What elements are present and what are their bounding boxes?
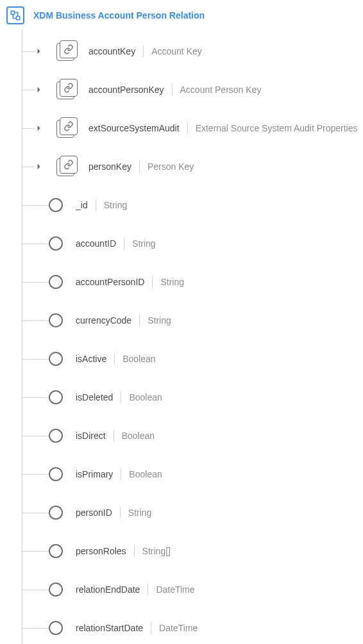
leaf-type-icon	[49, 582, 63, 597]
tree-node[interactable]: isDeletedBoolean	[15, 378, 357, 417]
label-divider	[96, 199, 96, 211]
tree-connector	[22, 128, 35, 129]
schema-title: XDM Business Account Person Relation	[33, 10, 205, 21]
field-type: Account Person Key	[180, 85, 262, 95]
tree-connector	[22, 205, 49, 206]
field-name: isActive	[76, 354, 106, 364]
field-name: isDeleted	[76, 392, 113, 402]
leaf-type-icon	[49, 429, 63, 443]
expand-chevron-icon[interactable]	[35, 163, 44, 170]
svg-rect-1	[17, 17, 20, 20]
leaf-type-icon	[49, 544, 63, 558]
tree-node[interactable]: currencyCodeString	[15, 301, 357, 340]
label-divider	[121, 468, 121, 480]
tree-node[interactable]: personIDString	[15, 493, 357, 532]
field-name: accountPersonID	[76, 277, 144, 287]
tree-connector	[22, 320, 49, 321]
leaf-type-icon	[49, 390, 63, 404]
expand-chevron-icon[interactable]	[35, 125, 44, 131]
tree-node[interactable]: isPrimaryBoolean	[15, 455, 357, 493]
field-name: isPrimary	[76, 469, 113, 479]
field-type: Boolean	[129, 392, 162, 402]
expand-chevron-icon[interactable]	[35, 48, 44, 54]
object-type-icon	[56, 40, 78, 62]
field-name: isDirect	[76, 431, 106, 441]
label-divider	[143, 45, 144, 57]
leaf-type-icon	[49, 467, 63, 481]
tree-connector	[22, 167, 35, 167]
field-name: relationEndDate	[76, 584, 140, 595]
label-divider	[187, 122, 188, 134]
leaf-type-icon	[49, 236, 63, 251]
tree-node[interactable]: isActiveBoolean	[15, 340, 357, 378]
label-divider	[148, 584, 148, 595]
tree-connector	[22, 359, 49, 359]
label-divider	[114, 353, 115, 365]
leaf-type-icon	[49, 352, 63, 366]
label-divider	[120, 507, 121, 518]
object-type-icon	[56, 79, 78, 101]
field-name: accountID	[76, 238, 116, 249]
label-divider	[139, 315, 140, 326]
tree-connector	[22, 397, 49, 398]
label-divider	[172, 84, 173, 95]
tree-node[interactable]: accountPersonIDString	[15, 263, 357, 301]
svg-rect-0	[11, 11, 14, 14]
label-divider	[139, 161, 140, 172]
field-type: String	[104, 200, 128, 210]
leaf-type-icon	[49, 506, 63, 520]
field-name: accountKey	[89, 46, 135, 56]
field-type: Account Key	[151, 46, 202, 56]
schema-tree: accountKeyAccount KeyaccountPersonKeyAcc…	[15, 29, 357, 644]
schema-root-row[interactable]: XDM Business Account Person Relation	[6, 6, 357, 24]
tree-node[interactable]: accountPersonKeyAccount Person Key	[15, 70, 357, 109]
tree-connector	[22, 628, 49, 629]
object-type-icon	[56, 117, 78, 139]
leaf-type-icon	[49, 621, 63, 635]
schema-icon	[6, 6, 24, 24]
tree-connector	[22, 436, 49, 436]
tree-connector	[22, 590, 49, 590]
tree-connector	[22, 244, 49, 244]
tree-node[interactable]: personKeyPerson Key	[15, 147, 357, 186]
label-divider	[134, 545, 135, 557]
tree-node[interactable]: accountIDString	[15, 224, 357, 263]
field-type: Person Key	[148, 161, 194, 172]
expand-chevron-icon[interactable]	[35, 87, 44, 93]
tree-connector	[22, 474, 49, 475]
field-type: String	[132, 238, 156, 249]
tree-node[interactable]: extSourceSystemAuditExternal Source Syst…	[15, 109, 357, 147]
label-divider	[151, 622, 151, 634]
field-type: String	[148, 315, 171, 326]
tree-node[interactable]: accountKeyAccount Key	[15, 32, 357, 70]
field-name: _id	[76, 200, 88, 210]
field-name: personID	[76, 508, 112, 518]
field-name: extSourceSystemAudit	[89, 123, 180, 133]
field-type: DateTime	[156, 584, 194, 595]
leaf-type-icon	[49, 198, 63, 212]
field-name: personRoles	[76, 546, 126, 556]
tree-connector	[22, 513, 49, 513]
tree-connector	[22, 282, 49, 283]
tree-node[interactable]: relationStartDateDateTime	[15, 609, 357, 644]
tree-node[interactable]: personRolesString[]	[15, 532, 357, 570]
label-divider	[152, 276, 153, 288]
tree-node[interactable]: _idString	[15, 186, 357, 224]
tree-connector	[22, 90, 35, 90]
field-type: External Source System Audit Properties	[196, 123, 358, 133]
field-type: DateTime	[159, 623, 198, 633]
field-type: String	[160, 277, 184, 287]
tree-node[interactable]: relationEndDateDateTime	[15, 570, 357, 609]
object-type-icon	[56, 156, 78, 178]
label-divider	[114, 430, 114, 442]
field-name: personKey	[89, 161, 131, 172]
field-type: Boolean	[122, 431, 155, 441]
field-name: relationStartDate	[76, 623, 143, 633]
label-divider	[124, 238, 124, 249]
label-divider	[121, 392, 121, 403]
field-type: Boolean	[129, 469, 162, 479]
field-type: Boolean	[122, 354, 155, 364]
field-name: accountPersonKey	[89, 85, 164, 95]
tree-node[interactable]: isDirectBoolean	[15, 417, 357, 455]
tree-connector	[22, 551, 49, 552]
